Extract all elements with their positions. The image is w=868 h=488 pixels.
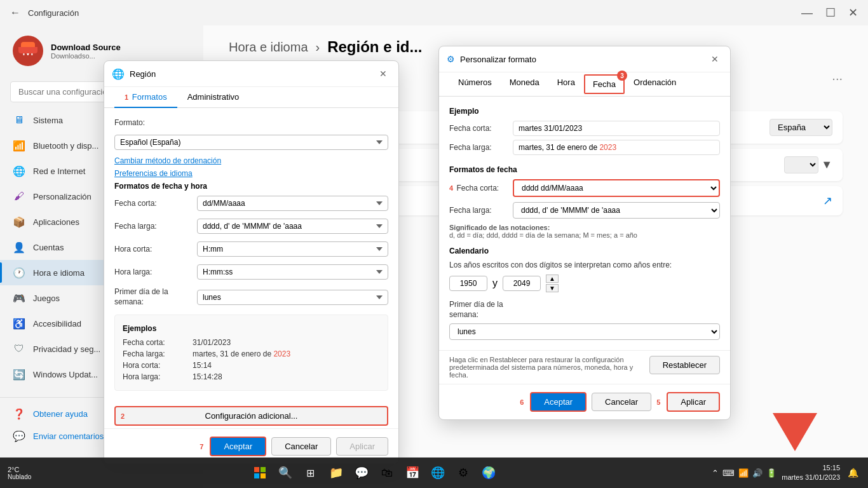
hora-corta-label: Hora corta: xyxy=(114,245,197,254)
explorer-button[interactable]: 📁 xyxy=(325,461,348,484)
teams-button[interactable]: 💬 xyxy=(350,461,373,484)
pf-tab-sort[interactable]: Ordenación xyxy=(625,72,685,97)
fecha-larga-label: Fecha larga: xyxy=(114,222,197,231)
region-tab-admin[interactable]: Administrativo xyxy=(177,87,250,108)
pf-close-button[interactable]: ✕ xyxy=(707,51,722,67)
pf-first-day-select[interactable]: lunes xyxy=(449,323,720,340)
update-icon: 🔄 xyxy=(13,368,25,381)
minimize-button[interactable]: — xyxy=(801,6,813,20)
year-spinners[interactable]: ▲ ▼ xyxy=(546,274,559,292)
settings-button[interactable]: ⚙ xyxy=(452,461,475,484)
store-button[interactable]: 🛍 xyxy=(376,461,398,484)
pf-fecha-corta-format-row: 4 Fecha corta: dddd dd/MM/aaaa xyxy=(449,179,720,197)
tab-label: Hora xyxy=(557,78,575,87)
pf-fecha-larga-label: Fecha larga: xyxy=(449,206,513,215)
pf-footer-note-row: Haga clic en Restablecer para restaurar … xyxy=(439,350,730,384)
sidebar-item-label: Red e Internet xyxy=(33,166,85,176)
format-select-row: Español (España) xyxy=(114,135,388,150)
titlebar: ← Configuración — ☐ ✕ xyxy=(0,0,868,25)
svg-rect-0 xyxy=(254,467,259,472)
format-select[interactable]: Español (España) xyxy=(114,135,388,150)
region-apply-button[interactable]: Aplicar xyxy=(336,437,388,456)
pf-accept-button[interactable]: Aceptar xyxy=(530,392,587,412)
pf-tab-time[interactable]: Hora xyxy=(548,72,584,97)
chevron-up-icon[interactable]: ⌃ xyxy=(712,468,719,478)
year-and-label: y xyxy=(492,278,498,289)
pf-tab-currency[interactable]: Moneda xyxy=(501,72,548,97)
volume-icon[interactable]: 🔊 xyxy=(752,468,763,478)
edge-button[interactable]: 🌐 xyxy=(426,461,449,484)
external-link-icon[interactable]: ↗ xyxy=(823,194,832,208)
start-button[interactable] xyxy=(248,461,271,484)
task-view-button[interactable]: ⊞ xyxy=(299,461,322,484)
close-button[interactable]: ✕ xyxy=(848,6,858,20)
sidebar-item-label: Personalización xyxy=(33,192,92,201)
country-select[interactable]: España xyxy=(770,119,832,136)
sidebar-item-label: Hora e idioma xyxy=(33,268,85,278)
back-button[interactable]: ← xyxy=(10,7,20,18)
keyboard-icon[interactable]: ⌨ xyxy=(722,468,735,478)
pf-tabs: Números Moneda Hora 3 Fecha Ordenación xyxy=(439,72,730,97)
pf-dialog-title: Personalizar formato xyxy=(460,55,536,64)
format-label: Formato: xyxy=(114,118,197,127)
region-accept-button[interactable]: Aceptar xyxy=(210,437,266,456)
network-icon: 🌐 xyxy=(13,165,25,177)
taskbar-center: 🔍 ⊞ 📁 💬 🛍 📅 🌐 ⚙ 🌍 xyxy=(36,461,712,484)
pf-fecha-larga-select[interactable]: dddd, d' de 'MMMM' de 'aaaa xyxy=(513,202,720,219)
hora-larga-row: Hora larga: H:mm:ss xyxy=(114,264,388,280)
region-tab-formats[interactable]: 1 Formatos xyxy=(114,87,177,108)
battery-icon[interactable]: 🔋 xyxy=(766,468,776,478)
year-up-button[interactable]: ▲ xyxy=(546,274,559,283)
maximize-button[interactable]: ☐ xyxy=(825,6,836,20)
region-close-button[interactable]: ✕ xyxy=(376,66,391,81)
tab-label: Ordenación xyxy=(634,78,676,87)
taskbar-time[interactable]: 15:15 martes 31/01/2023 xyxy=(782,463,840,483)
year-from-input[interactable] xyxy=(449,276,487,291)
expand-icon[interactable]: ▼ xyxy=(821,158,832,172)
badge-3: 3 xyxy=(617,71,627,81)
pf-apply-button[interactable]: Aplicar xyxy=(667,392,720,412)
time-display: 15:15 xyxy=(782,463,840,473)
region-cancel-button[interactable]: Cancelar xyxy=(271,437,331,456)
personalize-dialog: ⚙ Personalizar formato ✕ Números Moneda … xyxy=(438,46,731,420)
privacy-icon: 🛡 xyxy=(13,342,25,355)
format-select[interactable] xyxy=(784,156,818,173)
tab-label: Números xyxy=(458,78,492,87)
pf-fecha-larga-value: martes, 31 de enero de 2023 xyxy=(513,140,720,155)
pf-first-day-row: Primer día de lasemana: lunes xyxy=(449,300,720,340)
taskbar-weather: 2°C Nublado xyxy=(8,466,31,480)
language-prefs-link[interactable]: Preferencias de idioma xyxy=(114,169,388,178)
pf-cancel-button[interactable]: Cancelar xyxy=(592,393,651,411)
primer-dia-select[interactable]: lunes xyxy=(197,290,388,305)
fecha-corta-label: Fecha corta: xyxy=(456,184,499,193)
more-options-button[interactable]: ··· xyxy=(832,71,843,86)
badge-6: 6 xyxy=(520,398,524,406)
year-down-button[interactable]: ▼ xyxy=(546,284,559,292)
change-sort-link[interactable]: Cambiar método de ordenación xyxy=(114,156,388,165)
additional-config-button[interactable]: 2 Configuración adicional... xyxy=(114,406,388,426)
hora-corta-row: Hora corta: H:mm xyxy=(114,241,388,257)
pf-tab-date[interactable]: 3 Fecha xyxy=(584,74,625,94)
network-button-taskbar[interactable]: 🌍 xyxy=(477,461,500,484)
fecha-larga-select[interactable]: dddd, d' de 'MMMM' de 'aaaa xyxy=(197,219,388,234)
pf-tab-numbers[interactable]: Números xyxy=(449,72,501,97)
example-fecha-corta: Fecha corta: 31/01/2023 xyxy=(123,338,380,347)
pf-body: Ejemplo Fecha corta: martes 31/01/2023 F… xyxy=(439,97,730,350)
pf-fecha-corta-select[interactable]: dddd dd/MM/aaaa xyxy=(513,179,720,197)
region-dialog-title: Región xyxy=(130,69,156,79)
restore-button[interactable]: Restablecer xyxy=(649,356,720,374)
sidebar-item-label: Privacidad y seg... xyxy=(33,344,100,354)
year-to-input[interactable] xyxy=(503,276,541,291)
wifi-icon[interactable]: 📶 xyxy=(738,468,749,478)
hora-corta-select[interactable]: H:mm xyxy=(197,241,388,257)
bluetooth-icon: 📶 xyxy=(13,139,25,152)
help-label: Obtener ayuda xyxy=(33,409,88,419)
calendar-button[interactable]: 📅 xyxy=(401,461,424,484)
hora-larga-select[interactable]: H:mm:ss xyxy=(197,264,388,280)
weather-temp: 2°C xyxy=(8,466,19,473)
notification-button[interactable]: 🔔 xyxy=(845,461,860,484)
format-row: Formato: xyxy=(114,118,388,127)
fecha-corta-select[interactable]: dd/MM/aaaa xyxy=(197,196,388,211)
example-fecha-larga: Fecha larga: martes, 31 de enero de 2023 xyxy=(123,349,380,358)
search-button[interactable]: 🔍 xyxy=(274,461,297,484)
